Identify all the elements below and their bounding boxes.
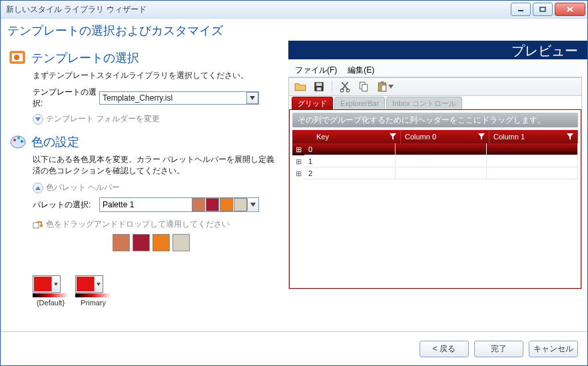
cell-key: 1: [304, 155, 396, 167]
tone-label: Primary: [75, 299, 111, 307]
group-by-hint[interactable]: その列でグループ化するために列ヘッダーをここにドラッグします。: [292, 113, 578, 127]
column-header-1[interactable]: Column 1: [489, 130, 578, 143]
paste-button[interactable]: [376, 81, 394, 93]
tone-swatch-group: {Default}Primary: [33, 275, 282, 307]
cell-col1: [487, 155, 578, 167]
color-swatch[interactable]: [152, 234, 170, 251]
column-header-0[interactable]: Column 0: [401, 130, 489, 143]
cut-icon[interactable]: [339, 81, 351, 93]
palette-swatch: [206, 198, 219, 211]
palette-combo[interactable]: Palette 1: [99, 197, 259, 212]
template-title: テンプレートの選択: [31, 50, 139, 66]
template-desc: まずテンプレートスタイルライブラリを選択してください。: [33, 70, 282, 81]
gradient-strip: [33, 293, 69, 297]
tone-item: {Default}: [33, 275, 69, 307]
chevron-down-icon: [247, 199, 258, 211]
drag-drop-icon: [33, 219, 43, 230]
color-swatch[interactable]: [172, 234, 190, 251]
filter-icon[interactable]: [390, 133, 396, 140]
palette-helper-link[interactable]: 色パレット ヘルパー: [33, 182, 282, 193]
chevron-down-icon: [51, 277, 59, 291]
color-desc: 以下にある各色見本を変更。カラー パレットヘルパーを展開し定義済の色コレクション…: [33, 154, 282, 177]
chevron-down-icon: [94, 277, 102, 291]
palette-swatches: [191, 198, 247, 211]
cancel-button[interactable]: キャンセル: [529, 341, 578, 357]
drag-hint-text: 色をドラッグアンドドロップして適用してください: [46, 219, 230, 230]
cell-col1: [487, 167, 578, 179]
grid-area: その列でグループ化するために列ヘッダーをここにドラッグします。 Key Colu…: [289, 110, 581, 289]
big-swatches: [113, 234, 282, 251]
column-header-key[interactable]: Key: [312, 130, 401, 143]
expand-icon[interactable]: ⊞: [292, 143, 304, 155]
template-label: テンプレートの選択:: [33, 87, 99, 109]
left-panel: テンプレートの選択 まずテンプレートスタイルライブラリを選択してください。 テン…: [1, 41, 288, 332]
chevron-up-icon: [33, 183, 43, 193]
tone-label: {Default}: [33, 299, 69, 307]
template-icon: [9, 49, 27, 67]
preview-tab[interactable]: グリッド: [292, 97, 333, 109]
wizard-footer: < 戻る 完了 キャンセル: [1, 331, 587, 365]
svg-point-10: [21, 140, 23, 143]
preview-panel: プレビュー ファイル(F) 編集(E): [288, 41, 587, 332]
change-template-folder-link[interactable]: テンプレート フォルダーを変更: [33, 113, 282, 125]
table-row[interactable]: ⊞0: [292, 143, 578, 155]
cell-col0: [396, 167, 487, 179]
preview-tabs: グリッドExplorerBarInbox コントロール: [289, 96, 581, 110]
finish-button[interactable]: 完了: [474, 341, 523, 357]
copy-icon[interactable]: [358, 81, 370, 93]
tone-swatch[interactable]: [33, 275, 61, 293]
wizard-window: 新しいスタイル ライブラリ ウィザード テンプレートの選択およびカスタマイズ テ…: [0, 0, 588, 366]
save-icon[interactable]: [313, 81, 325, 93]
preview-title: プレビュー: [288, 41, 587, 59]
folder-link-text: テンプレート フォルダーを変更: [46, 113, 160, 125]
open-icon[interactable]: [294, 81, 306, 93]
table-row[interactable]: ⊞1: [292, 155, 578, 167]
svg-rect-1: [540, 7, 545, 11]
preview-tab[interactable]: Inbox コントロール: [386, 97, 462, 109]
cell-col0: [396, 155, 487, 167]
color-section-header: 色の設定: [9, 133, 282, 151]
chevron-down-icon: [246, 92, 258, 104]
chevron-down-icon: [388, 85, 394, 89]
close-button[interactable]: [555, 3, 585, 16]
paste-icon: [376, 81, 388, 93]
svg-rect-14: [317, 87, 322, 91]
svg-point-6: [14, 55, 19, 60]
helper-link-text: 色パレット ヘルパー: [46, 182, 120, 193]
color-swatch[interactable]: [133, 234, 150, 251]
maximize-button[interactable]: [533, 3, 553, 16]
svg-rect-21: [382, 85, 386, 91]
menu-bar: ファイル(F) 編集(E): [288, 63, 582, 77]
svg-point-9: [17, 137, 20, 139]
palette-icon: [9, 133, 27, 151]
palette-value: Palette 1: [100, 200, 191, 209]
separator: [332, 81, 332, 93]
cell-key: 2: [304, 167, 396, 179]
toolbar: [289, 78, 581, 96]
template-combo[interactable]: Template_Cherry.isl: [99, 91, 259, 105]
cell-key: 0: [304, 143, 396, 155]
expand-icon[interactable]: ⊞: [292, 167, 304, 179]
svg-rect-18: [362, 85, 368, 91]
svg-rect-13: [316, 83, 322, 86]
color-swatch[interactable]: [113, 234, 130, 251]
svg-rect-20: [381, 81, 384, 83]
expand-icon[interactable]: ⊞: [292, 155, 304, 167]
filter-icon[interactable]: [478, 133, 485, 140]
menu-edit[interactable]: 編集(E): [348, 65, 374, 76]
menu-file[interactable]: ファイル(F): [295, 65, 337, 76]
palette-swatch: [220, 198, 233, 211]
window-title: 新しいスタイル ライブラリ ウィザード: [1, 4, 147, 15]
chevron-down-icon: [33, 114, 43, 125]
preview-tab[interactable]: ExplorerBar: [334, 97, 385, 109]
minimize-button[interactable]: [511, 3, 531, 16]
table-row[interactable]: ⊞2: [292, 167, 578, 179]
tone-swatch[interactable]: [75, 275, 103, 293]
back-button[interactable]: < 戻る: [420, 341, 469, 357]
template-section-header: テンプレートの選択: [9, 49, 282, 67]
filter-icon[interactable]: [567, 133, 573, 140]
cell-col0: [396, 143, 487, 155]
template-value: Template_Cherry.isl: [103, 93, 246, 103]
titlebar: 新しいスタイル ライブラリ ウィザード: [1, 1, 587, 19]
gradient-strip: [75, 293, 111, 297]
